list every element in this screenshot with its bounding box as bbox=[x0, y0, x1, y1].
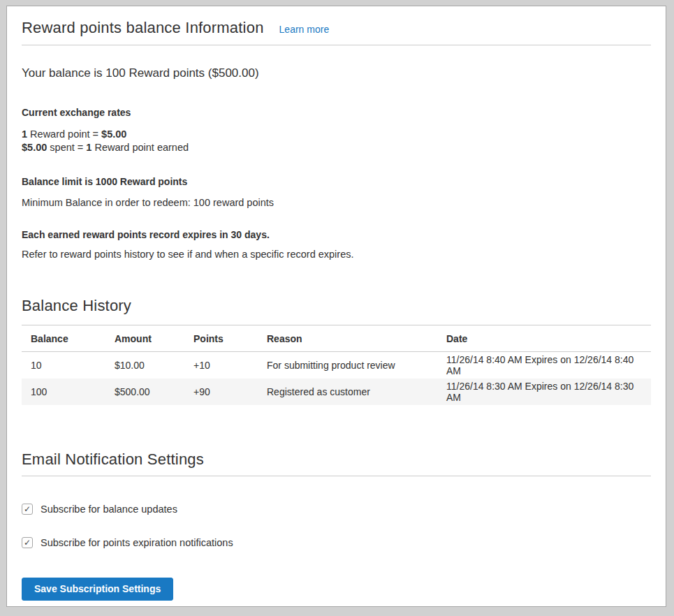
balance-limit: Balance limit is 1000 Reward points bbox=[22, 176, 651, 187]
subscribe-balance-updates-option[interactable]: ✓ Subscribe for balance updates bbox=[22, 504, 651, 515]
rate-point-to-currency: 1 Reward point = $5.00 bbox=[22, 128, 651, 141]
expiration-notifications-label[interactable]: Subscribe for points expiration notifica… bbox=[41, 537, 233, 548]
exchange-rates: 1 Reward point = $5.00 $5.00 spent = 1 R… bbox=[22, 128, 651, 154]
cell-points: +90 bbox=[184, 379, 258, 405]
page-header: Reward points balance Information Learn … bbox=[22, 6, 651, 45]
table-row: 100 $500.00 +90 Registered as customer 1… bbox=[22, 379, 651, 405]
expiry-note: Refer to reward points history to see if… bbox=[22, 249, 651, 260]
cell-reason: For submitting product review bbox=[258, 352, 437, 379]
balance-history-table: Balance Amount Points Reason Date 10 $10… bbox=[22, 325, 651, 405]
column-header-amount: Amount bbox=[105, 325, 184, 352]
column-header-balance: Balance bbox=[22, 325, 105, 352]
cell-amount: $500.00 bbox=[105, 379, 184, 405]
checkmark-icon: ✓ bbox=[24, 538, 31, 546]
email-settings-header: Email Notification Settings bbox=[22, 450, 651, 476]
email-settings-title: Email Notification Settings bbox=[22, 450, 651, 469]
column-header-reason: Reason bbox=[258, 325, 437, 352]
exchange-rates-heading: Current exchange rates bbox=[22, 107, 651, 118]
subscribe-expiration-notifications-option[interactable]: ✓ Subscribe for points expiration notifi… bbox=[22, 537, 651, 548]
reward-points-page: Reward points balance Information Learn … bbox=[6, 6, 666, 607]
expiry-notice: Each earned reward points record expires… bbox=[22, 229, 651, 240]
column-header-date: Date bbox=[437, 325, 651, 352]
balance-summary: Your balance is 100 Reward points ($500.… bbox=[22, 66, 651, 81]
cell-date: 11/26/14 8:40 AM Expires on 12/26/14 8:4… bbox=[437, 352, 651, 379]
balance-history-title: Balance History bbox=[22, 296, 651, 316]
column-header-points: Points bbox=[184, 325, 258, 352]
cell-date: 11/26/14 8:30 AM Expires on 12/26/14 8:3… bbox=[437, 379, 651, 405]
checkmark-icon: ✓ bbox=[24, 504, 31, 513]
cell-points: +10 bbox=[184, 352, 258, 379]
learn-more-link[interactable]: Learn more bbox=[279, 24, 330, 35]
rate-currency-to-point: $5.00 spent = 1 Reward point earned bbox=[22, 141, 651, 154]
save-subscription-settings-button[interactable]: Save Subscription Settings bbox=[22, 578, 173, 601]
balance-updates-label[interactable]: Subscribe for balance updates bbox=[41, 504, 177, 515]
table-header-row: Balance Amount Points Reason Date bbox=[22, 325, 651, 352]
cell-balance: 10 bbox=[22, 352, 105, 379]
minimum-balance: Minimum Balance in order to redeem: 100 … bbox=[22, 197, 651, 208]
cell-reason: Registered as customer bbox=[258, 379, 437, 405]
cell-amount: $10.00 bbox=[105, 352, 184, 379]
balance-updates-checkbox[interactable]: ✓ bbox=[22, 504, 33, 515]
cell-balance: 100 bbox=[22, 379, 105, 405]
page-title: Reward points balance Information bbox=[22, 18, 264, 38]
expiration-notifications-checkbox[interactable]: ✓ bbox=[22, 537, 33, 548]
table-row: 10 $10.00 +10 For submitting product rev… bbox=[22, 352, 651, 379]
